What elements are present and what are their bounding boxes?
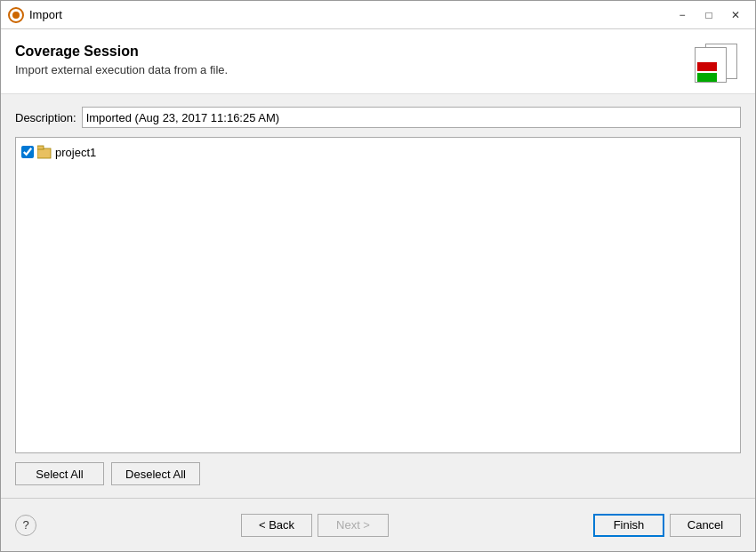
project1-label: project1 <box>55 146 96 159</box>
deselect-all-button[interactable]: Deselect All <box>111 462 200 485</box>
title-bar: Import − □ ✕ <box>1 1 755 29</box>
back-button[interactable]: < Back <box>241 514 312 537</box>
project-tree: project1 <box>15 137 741 453</box>
window-title: Import <box>29 8 670 21</box>
header-section: Coverage Session Import external executi… <box>1 29 755 94</box>
icon-green-bar <box>697 73 717 82</box>
tree-item-project1: project1 <box>21 143 735 161</box>
maximize-button[interactable]: □ <box>696 6 721 24</box>
footer: ? < Back Next > Finish Cancel <box>1 498 755 551</box>
description-label: Description: <box>15 111 76 124</box>
next-button[interactable]: Next > <box>318 514 389 537</box>
coverage-icon <box>695 44 741 83</box>
description-row: Description: <box>15 107 741 128</box>
page-title: Coverage Session <box>15 44 695 60</box>
main-section: Description: project1 Select All <box>1 94 755 498</box>
finish-button[interactable]: Finish <box>593 514 664 537</box>
project-icon <box>37 145 52 159</box>
icon-red-bar <box>697 62 717 71</box>
project1-checkbox[interactable] <box>21 146 34 158</box>
footer-center: < Back Next > <box>36 514 593 537</box>
select-all-button[interactable]: Select All <box>15 462 104 485</box>
svg-rect-2 <box>37 148 51 158</box>
window-icon <box>8 7 24 23</box>
footer-right: Finish Cancel <box>593 514 741 537</box>
minimize-button[interactable]: − <box>670 6 695 24</box>
svg-rect-3 <box>37 146 44 149</box>
content-area: Coverage Session Import external executi… <box>1 29 755 498</box>
description-input[interactable] <box>82 107 741 128</box>
close-button[interactable]: ✕ <box>723 6 748 24</box>
help-button[interactable]: ? <box>15 515 36 536</box>
header-text: Coverage Session Import external executi… <box>15 44 695 76</box>
window-controls: − □ ✕ <box>670 6 748 24</box>
cancel-button[interactable]: Cancel <box>670 514 741 537</box>
import-window: Import − □ ✕ Coverage Session Import ext… <box>0 0 756 552</box>
button-row: Select All Deselect All <box>15 462 741 485</box>
icon-page-front <box>695 47 727 83</box>
page-subtitle: Import external execution data from a fi… <box>15 63 695 76</box>
footer-left: ? <box>15 515 36 536</box>
svg-point-1 <box>12 12 20 19</box>
